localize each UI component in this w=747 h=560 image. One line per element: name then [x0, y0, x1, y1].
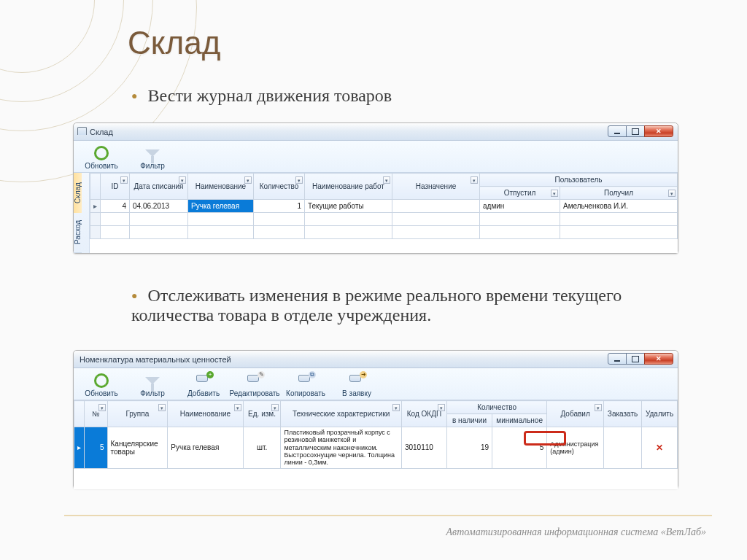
col-user-group[interactable]: Пользователь — [480, 174, 678, 187]
cell-works[interactable]: Текущие работы — [305, 200, 392, 213]
cell-received[interactable]: Амельченкова И.И. — [560, 200, 678, 213]
col-name[interactable]: Наименование▾ — [188, 174, 254, 200]
refresh-label: Обновить — [85, 162, 117, 170]
row-indicator[interactable]: ▸ — [90, 200, 101, 213]
col-date[interactable]: Дата списания▾ — [130, 174, 188, 200]
funnel-icon — [145, 377, 160, 384]
cell-date[interactable]: 04.06.2013 — [130, 200, 188, 213]
refresh-icon — [93, 373, 110, 389]
col-received[interactable]: Получил▾ — [560, 187, 678, 200]
col-added-by[interactable]: Добавил▾ — [547, 401, 604, 427]
cart-copy-icon: ⧉ — [297, 373, 314, 389]
toolbar: Обновить Фильтр + Добавить ✎ Редактирова… — [74, 368, 678, 400]
tab-expense[interactable]: Расход — [74, 213, 82, 253]
cell-name[interactable]: Ручка гелевая — [168, 427, 243, 469]
tab-warehouse[interactable]: Склад — [74, 173, 82, 213]
window-title: Номенклатура материальных ценностей — [74, 355, 231, 364]
refresh-button[interactable]: Обновить — [80, 144, 123, 171]
bullet-realtime-qty: Отслеживать изменения в режиме реального… — [131, 286, 671, 330]
vertical-tab-rail: Склад Расход — [74, 173, 90, 253]
col-okdp[interactable]: Код ОКДП▾ — [401, 401, 446, 427]
footer-text: Автоматизированная информационная систем… — [446, 526, 706, 538]
cell-qty[interactable]: 1 — [254, 200, 305, 213]
cart-plus-icon: + — [195, 373, 212, 389]
refresh-icon — [93, 145, 110, 161]
col-delete[interactable]: Удалить — [642, 401, 678, 427]
col-qty[interactable]: Количество▾ — [254, 174, 305, 200]
delete-row-button[interactable]: ✕ — [642, 427, 678, 469]
col-group[interactable]: Группа▾ — [107, 401, 168, 427]
cart-request-icon: ➜ — [348, 373, 365, 389]
filter-button[interactable]: Фильтр — [131, 371, 174, 398]
table-row[interactable]: ▸ 4 04.06.2013 Ручка гелевая 1 Текущие р… — [90, 200, 678, 213]
maximize-button[interactable] — [626, 125, 645, 137]
row-indicator[interactable]: ▸ — [74, 427, 85, 469]
col-qty-group[interactable]: Количество — [446, 401, 546, 414]
close-button[interactable] — [644, 125, 673, 137]
window-titlebar[interactable]: Склад — [74, 123, 678, 141]
window-titlebar[interactable]: Номенклатура материальных ценностей — [74, 351, 678, 368]
cell-no[interactable]: 5 — [85, 427, 107, 469]
filter-button[interactable]: Фильтр — [131, 144, 174, 171]
page-title: Склад — [128, 25, 220, 61]
col-released[interactable]: Отпустил▾ — [480, 187, 560, 200]
col-id[interactable]: ID▾ — [101, 174, 130, 200]
cell-qty-have[interactable]: 19 — [446, 427, 492, 469]
col-order[interactable]: Заказать — [603, 401, 641, 427]
cell-tech[interactable]: Пластиковый прозрачный корпус с резиново… — [281, 427, 402, 469]
add-button[interactable]: + Добавить — [182, 371, 225, 398]
cell-purpose[interactable] — [392, 200, 480, 213]
edit-button[interactable]: ✎ Редактировать — [233, 371, 276, 398]
table-row[interactable] — [90, 213, 678, 226]
col-unit[interactable]: Ед. изм.▾ — [243, 401, 281, 427]
col-purpose[interactable]: Назначение▾ — [392, 174, 480, 200]
cell-id[interactable]: 4 — [101, 200, 130, 213]
chevron-down-icon[interactable]: ▾ — [120, 176, 128, 184]
col-name[interactable]: Наименование▾ — [168, 401, 243, 427]
cell-qty-min[interactable]: 5 — [492, 427, 547, 469]
cell-order[interactable] — [603, 427, 641, 469]
window-warehouse: Склад Обновить Фильтр Склад Расход — [73, 122, 678, 254]
col-qty-have[interactable]: в наличии — [446, 414, 492, 427]
funnel-icon — [145, 149, 160, 157]
warehouse-grid[interactable]: ID▾ Дата списания▾ Наименование▾ Количес… — [90, 173, 678, 239]
cart-edit-icon: ✎ — [246, 373, 263, 389]
close-button[interactable] — [644, 353, 673, 365]
cell-unit[interactable]: шт. — [243, 427, 281, 469]
table-row[interactable] — [90, 226, 678, 239]
col-qty-min[interactable]: минимальное — [492, 414, 547, 427]
cell-okdp[interactable]: 3010110 — [401, 427, 446, 469]
request-button[interactable]: ➜ В заявку — [335, 371, 379, 398]
col-no[interactable]: №▾ — [85, 401, 107, 427]
col-tech[interactable]: Технические характеристики▾ — [281, 401, 402, 427]
col-works[interactable]: Наименование работ▾ — [305, 174, 392, 200]
row-selector-header[interactable] — [90, 174, 101, 200]
toolbar: Обновить Фильтр — [74, 141, 678, 173]
minimize-button[interactable] — [608, 353, 627, 365]
cell-released[interactable]: админ — [480, 200, 560, 213]
maximize-button[interactable] — [626, 353, 645, 365]
nomenclature-grid[interactable]: №▾ Группа▾ Наименование▾ Ед. изм.▾ Техни… — [74, 400, 678, 469]
delete-icon: ✕ — [656, 443, 663, 453]
cell-name[interactable]: Ручка гелевая — [188, 200, 254, 213]
minimize-button[interactable] — [608, 125, 627, 137]
table-row[interactable]: ▸ 5 Канцелярские товары Ручка гелевая шт… — [74, 427, 678, 469]
copy-button[interactable]: ⧉ Копировать — [284, 371, 328, 398]
window-nomenclature: Номенклатура материальных ценностей Обно… — [73, 350, 678, 489]
footer-divider — [64, 515, 712, 516]
cell-group[interactable]: Канцелярские товары — [107, 427, 168, 469]
cell-added-by[interactable]: Администрация (админ) — [547, 427, 604, 469]
bullet-goods-journal: Вести журнал движения товаров — [131, 86, 392, 110]
refresh-button[interactable]: Обновить — [80, 371, 123, 398]
warehouse-icon — [77, 127, 87, 135]
row-selector-header[interactable] — [74, 401, 85, 427]
